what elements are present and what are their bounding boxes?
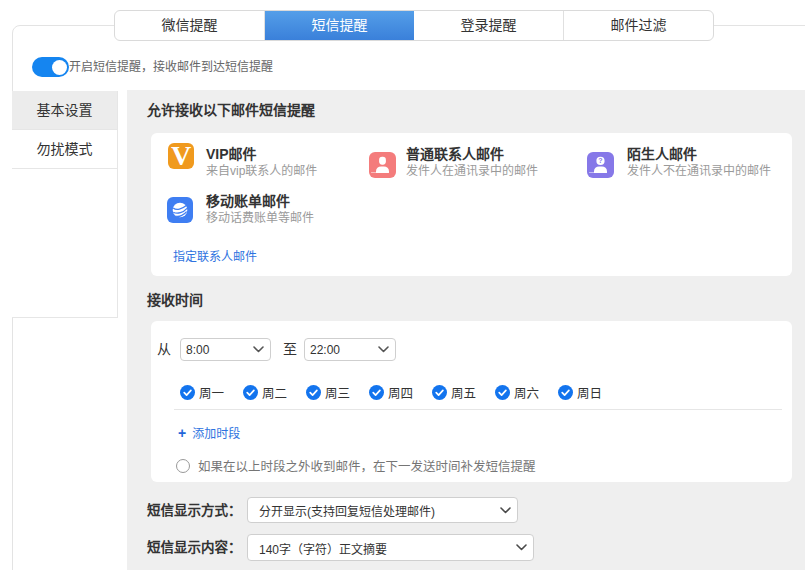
svg-text:?: ? [598,157,602,164]
